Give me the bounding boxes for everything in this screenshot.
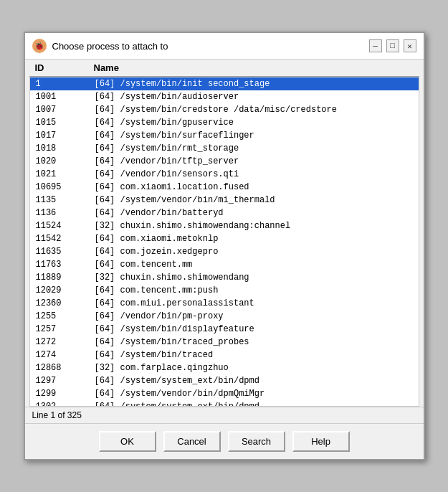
cell-name: [64] /system/vendor/bin/mi_thermald — [95, 195, 419, 205]
close-button[interactable]: ✕ — [404, 39, 416, 52]
cell-id: 10695 — [30, 182, 95, 192]
cell-id: 12360 — [30, 298, 95, 308]
cell-id: 1015 — [30, 118, 95, 128]
maximize-button[interactable]: □ — [386, 39, 399, 52]
cell-name: [64] com.tencent.mm — [95, 260, 419, 270]
table-row[interactable]: 1257[64] /system/bin/displayfeature — [30, 323, 419, 336]
cell-name: [64] com.tencent.mm:push — [95, 285, 419, 295]
cell-id: 11524 — [30, 221, 95, 231]
table-row[interactable]: 12868[32] com.farplace.qingzhuo — [30, 361, 419, 374]
cell-name: [64] /system/bin/traced — [95, 350, 419, 360]
cell-name: [64] com.xiaomi.location.fused — [95, 182, 419, 192]
cell-id: 12868 — [30, 363, 95, 373]
table-row[interactable]: 1135[64] /system/vendor/bin/mi_thermald — [30, 194, 419, 207]
cell-name: [64] /system/bin/credstore /data/misc/cr… — [95, 105, 419, 115]
cell-id: 1302 — [30, 402, 95, 407]
help-button[interactable]: Help — [292, 431, 350, 452]
title-controls: — □ ✕ — [369, 39, 416, 52]
cell-id: 1274 — [30, 350, 95, 360]
ok-button[interactable]: OK — [99, 431, 156, 452]
table-row[interactable]: 11763[64] com.tencent.mm — [30, 258, 419, 271]
cell-name: [32] chuxin.shimo.shimowendang:channel — [95, 221, 419, 231]
table-row[interactable]: 1299[64] /system/vendor/bin/dpmQmiMgr — [30, 387, 419, 400]
table-row[interactable]: 1007[64] /system/bin/credstore /data/mis… — [30, 103, 419, 116]
button-bar: OK Cancel Search Help — [25, 423, 424, 459]
minimize-button[interactable]: — — [369, 39, 382, 52]
table-row[interactable]: 11542[64] com.xiaomi.metoknlp — [30, 232, 419, 245]
table-row[interactable]: 1136[64] /vendor/bin/batteryd — [30, 207, 419, 219]
cell-id: 11763 — [30, 260, 95, 270]
table-row[interactable]: 1297[64] /system/system_ext/bin/dpmd — [30, 374, 419, 387]
cell-id: 1007 — [30, 105, 95, 115]
cancel-button[interactable]: Cancel — [163, 431, 221, 452]
table-row[interactable]: 1255[64] /vendor/bin/pm-proxy — [30, 310, 419, 323]
cell-name: [32] chuxin.shimo.shimowendang — [95, 273, 419, 283]
table-row[interactable]: 1017[64] /system/bin/surfaceflinger — [30, 129, 419, 142]
table-row[interactable]: 11524[32] chuxin.shimo.shimowendang:chan… — [30, 219, 419, 232]
table-row[interactable]: 1[64] /system/bin/init second_stage — [30, 77, 419, 90]
cell-name: [64] /vendor/bin/batteryd — [95, 208, 419, 218]
cell-name: [64] /system/bin/gpuservice — [95, 118, 419, 128]
search-button[interactable]: Search — [228, 431, 285, 452]
table-row[interactable]: 12360[64] com.miui.personalassistant — [30, 297, 419, 310]
cell-name: [64] /vendor/bin/tftp_server — [95, 156, 419, 166]
cell-id: 12029 — [30, 285, 95, 295]
cell-id: 11889 — [30, 273, 95, 283]
table-row[interactable]: 1272[64] /system/bin/traced_probes — [30, 336, 419, 349]
column-name-header: Name — [94, 62, 419, 73]
cell-id: 1272 — [30, 337, 95, 347]
cell-name: [64] /system/bin/init second_stage — [95, 79, 419, 89]
cell-name: [64] /system/bin/displayfeature — [95, 324, 419, 334]
table-row[interactable]: 1302[64] /system/system_ext/bin/dpmd — [30, 400, 419, 407]
cell-name: [64] com.jozein.xedgepro — [95, 247, 419, 257]
table-row[interactable]: 1015[64] /system/bin/gpuservice — [30, 116, 419, 129]
title-bar: 🐞 Choose process to attach to — □ ✕ — [25, 33, 424, 60]
cell-id: 11542 — [30, 234, 95, 244]
dialog-title: Choose process to attach to — [52, 41, 363, 52]
cell-name: [64] /system/system_ext/bin/dpmd — [95, 376, 419, 386]
cell-id: 11635 — [30, 247, 95, 257]
cell-name: [64] com.xiaomi.metoknlp — [95, 234, 419, 244]
table-row[interactable]: 1274[64] /system/bin/traced — [30, 349, 419, 361]
column-id-header: ID — [29, 62, 94, 73]
cell-id: 1018 — [30, 143, 95, 153]
table-row[interactable]: 1020[64] /vendor/bin/tftp_server — [30, 155, 419, 168]
status-bar: Line 1 of 325 — [25, 407, 424, 423]
table-row[interactable]: 12029[64] com.tencent.mm:push — [30, 284, 419, 297]
table-row[interactable]: 10695[64] com.xiaomi.location.fused — [30, 181, 419, 194]
cell-name: [64] /system/bin/rmt_storage — [95, 143, 419, 153]
cell-name: [64] com.miui.personalassistant — [95, 298, 419, 308]
cell-name: [32] com.farplace.qingzhuo — [95, 363, 419, 373]
cell-id: 1257 — [30, 324, 95, 334]
table-row[interactable]: 1021[64] /vendor/bin/sensors.qti — [30, 168, 419, 181]
cell-id: 1 — [30, 79, 95, 89]
cell-name: [64] /vendor/bin/sensors.qti — [95, 169, 419, 179]
cell-id: 1136 — [30, 208, 95, 218]
cell-id: 1020 — [30, 156, 95, 166]
cell-name: [64] /system/bin/surfaceflinger — [95, 131, 419, 141]
table-row[interactable]: 1018[64] /system/bin/rmt_storage — [30, 142, 419, 155]
cell-name: [64] /system/bin/audioserver — [95, 92, 419, 102]
cell-id: 1255 — [30, 311, 95, 321]
cell-id: 1001 — [30, 92, 95, 102]
cell-id: 1017 — [30, 131, 95, 141]
cell-id: 1297 — [30, 376, 95, 386]
cell-name: [64] /system/vendor/bin/dpmQmiMgr — [95, 389, 419, 399]
cell-id: 1021 — [30, 169, 95, 179]
table-row[interactable]: 11635[64] com.jozein.xedgepro — [30, 245, 419, 258]
cell-name: [64] /vendor/bin/pm-proxy — [95, 311, 419, 321]
cell-id: 1135 — [30, 195, 95, 205]
cell-name: [64] /system/system_ext/bin/dpmd — [95, 402, 419, 407]
process-list[interactable]: 1[64] /system/bin/init second_stage1001[… — [29, 77, 419, 407]
status-text: Line 1 of 325 — [32, 410, 82, 420]
cell-name: [64] /system/bin/traced_probes — [95, 337, 419, 347]
table-row[interactable]: 11889[32] chuxin.shimo.shimowendang — [30, 271, 419, 284]
dialog: 🐞 Choose process to attach to — □ ✕ ID N… — [24, 32, 425, 460]
cell-id: 1299 — [30, 389, 95, 399]
table-header: ID Name — [29, 60, 419, 77]
table-row[interactable]: 1001[64] /system/bin/audioserver — [30, 90, 419, 103]
dialog-icon: 🐞 — [32, 39, 47, 53]
